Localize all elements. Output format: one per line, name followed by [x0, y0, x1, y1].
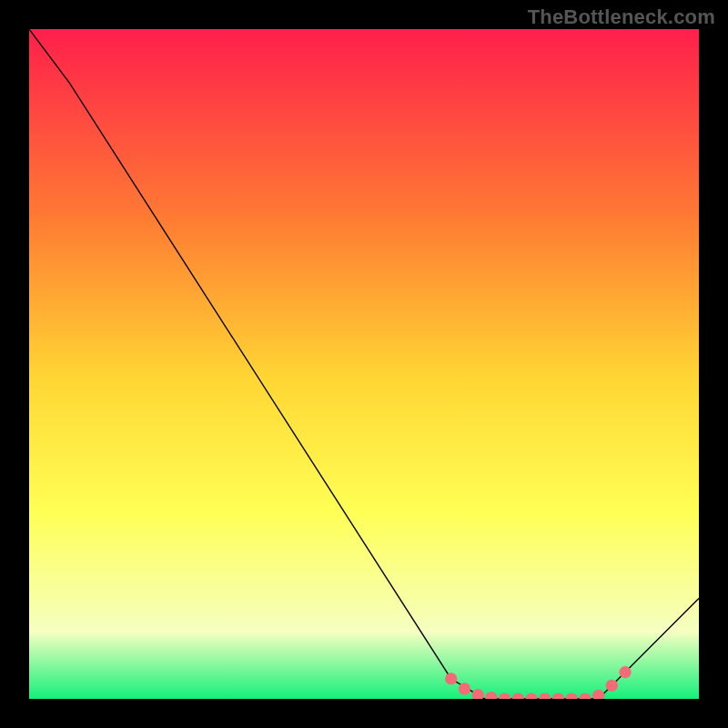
gradient-background: [29, 29, 699, 699]
chart-frame: TheBottleneck.com: [0, 0, 728, 728]
highlight-marker: [606, 680, 618, 692]
highlight-marker: [459, 682, 470, 694]
plot-area: [29, 29, 699, 699]
chart-svg: [29, 29, 699, 699]
highlight-marker: [445, 672, 457, 684]
watermark-text: TheBottleneck.com: [528, 5, 715, 29]
highlight-marker: [619, 666, 631, 678]
